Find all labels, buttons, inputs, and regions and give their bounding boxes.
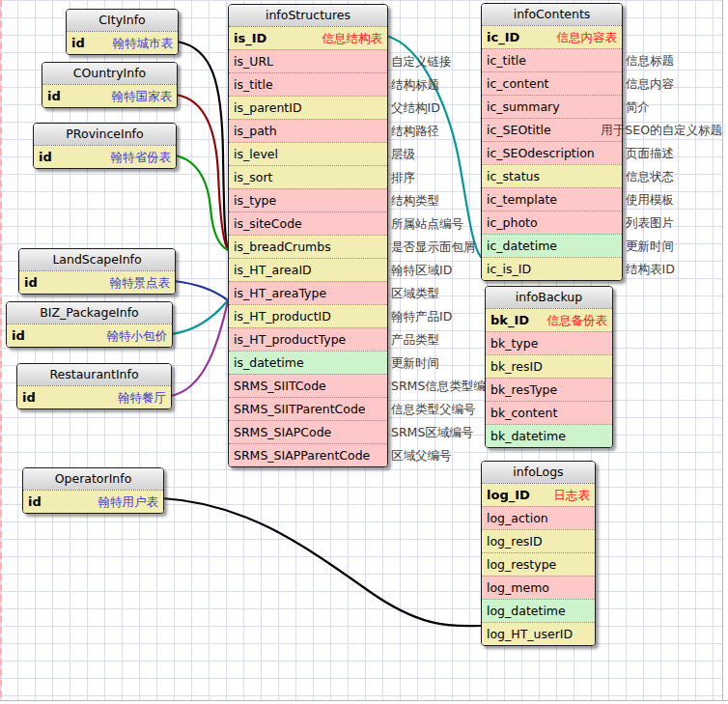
field-row-is_type[interactable]: is_type结构类型 [229,188,387,211]
field-row-is_URL[interactable]: is_URL自定义链接 [229,49,387,72]
table-COuntryInfo[interactable]: COuntryInfoid翰特国家表 [42,62,178,108]
relationship-BIZ_PackageInfo-infoStructures[interactable] [171,300,228,334]
field-name: ic_content [487,72,548,95]
relationship-OperatorInfo-infoLogs[interactable] [162,498,481,626]
field-row-ic_ID[interactable]: ic_ID信息内容表 [482,26,622,48]
table-title-OperatorInfo[interactable]: OperatorInfo [23,468,163,491]
field-row-is_path[interactable]: is_path结构路径 [229,119,387,142]
field-row-ic_content[interactable]: ic_content信息内容 [482,71,622,95]
field-comment-label: 所属站点编号 [391,212,463,235]
table-title-infoStructures[interactable]: infoStructures [229,5,387,27]
table-BIZ_PackageInfo[interactable]: BIZ_PackageInfoid翰特小包价 [6,301,173,348]
field-comment-label: 使用模板 [626,188,674,211]
field-row-is_HT_productType[interactable]: is_HT_productType产品类型 [229,327,387,351]
field-row-id[interactable]: id翰特餐厅 [17,386,171,408]
field-row-is_HT_areaType[interactable]: is_HT_areaType区域类型 [229,281,387,304]
field-row-ic_status[interactable]: ic_status信息状态 [482,164,622,187]
field-row-is_sort[interactable]: is_sort排序 [229,165,387,188]
field-name: is_ID [234,27,266,49]
table-infoContents[interactable]: infoContentsic_ID信息内容表ic_title信息标题ic_con… [481,3,623,281]
field-comment-label: 结构标题 [391,73,439,96]
table-title-infoLogs[interactable]: infoLogs [482,462,595,484]
field-comment-label: 父结构ID [391,97,440,119]
table-infoBackup[interactable]: infoBackupbk_ID信息备份表bk_typebk_resIDbk_re… [485,286,613,448]
table-title-RestaurantInfo[interactable]: RestaurantInfo [17,364,171,386]
table-title-infoBackup[interactable]: infoBackup [486,287,612,309]
table-comment-label: 翰特国家表 [108,85,178,107]
table-infoStructures[interactable]: infoStructuresis_ID信息结构表is_URL自定义链接is_ti… [228,4,388,467]
field-row-id[interactable]: id翰特小包价 [7,324,172,347]
field-row-is_parentID[interactable]: is_parentID父结构ID [229,96,387,119]
table-comment-label: 翰特省份表 [107,146,177,168]
field-row-ic_SEOtitle[interactable]: ic_SEOtitle用于SEO的自定义标题 [482,118,622,141]
field-row-ic_is_ID[interactable]: ic_is_ID结构表ID [482,257,622,280]
relationship-RestaurantInfo-infoStructures[interactable] [170,301,228,396]
field-name: log_HT_userID [487,623,573,645]
canvas-bottom-edge [0,700,728,704]
relationship-COuntryInfo-infoStructures[interactable] [176,95,228,249]
field-row-SRMS_SIAPParentCode[interactable]: SRMS_SIAPParentCode区域父编号 [229,443,387,466]
field-row-bk_ID[interactable]: bk_ID信息备份表 [486,309,612,331]
field-row-bk_datetime[interactable]: bk_datetime [486,424,612,447]
field-name: SRMS_SIAPCode [234,421,331,443]
field-row-log_action[interactable]: log_action [482,506,595,529]
field-row-is_breadCrumbs[interactable]: is_breadCrumbs是否显示面包屑 [229,235,387,258]
field-row-is_HT_areaID[interactable]: is_HT_areaID翰特区域ID [229,258,387,281]
table-PRovinceInfo[interactable]: PRovinceInfoid翰特省份表 [33,123,177,169]
table-title-infoContents[interactable]: infoContents [482,4,622,26]
field-row-is_siteCode[interactable]: is_siteCode所属站点编号 [229,211,387,235]
field-row-bk_resType[interactable]: bk_resType [486,378,612,401]
field-name: is_path [234,120,277,142]
field-row-bk_type[interactable]: bk_type [486,331,612,354]
field-comment-label: 排序 [391,166,415,188]
field-row-log_restype[interactable]: log_restype [482,552,595,576]
field-row-id[interactable]: id翰特用户表 [23,491,163,513]
table-OperatorInfo[interactable]: OperatorInfoid翰特用户表 [22,467,164,514]
field-row-log_datetime[interactable]: log_datetime [482,599,595,622]
table-title-PRovinceInfo[interactable]: PRovinceInfo [34,124,176,146]
table-RestaurantInfo[interactable]: RestaurantInfoid翰特餐厅 [16,363,172,409]
field-row-SRMS_SIAPCode[interactable]: SRMS_SIAPCodeSRMS区域编号 [229,420,387,443]
field-row-id[interactable]: id翰特城市表 [67,32,178,54]
table-title-LandScapeInfo[interactable]: LandScapeInfo [19,249,175,271]
field-name: ic_SEOtitle [487,119,551,141]
field-row-SRMS_SIITCode[interactable]: SRMS_SIITCodeSRMS信息类型编号 [229,374,387,397]
field-row-ic_datetime[interactable]: ic_datetime更新时间 [482,234,622,257]
field-name: SRMS_SIITParentCode [234,398,366,420]
field-row-id[interactable]: id翰特省份表 [34,146,176,168]
field-comment-label: 信息标题 [626,49,674,71]
field-row-is_datetime[interactable]: is_datetime更新时间 [229,351,387,374]
field-comment-label: 更新时间 [391,352,439,374]
er-diagram-canvas[interactable]: CItyInfoid翰特城市表COuntryInfoid翰特国家表PRovinc… [0,0,728,704]
field-row-ic_photo[interactable]: ic_photo列表图片 [482,211,622,234]
field-row-SRMS_SIITParentCode[interactable]: SRMS_SIITParentCode信息类型父编号 [229,397,387,420]
field-row-bk_content[interactable]: bk_content [486,401,612,424]
table-title-CItyInfo[interactable]: CItyInfo [67,10,178,32]
table-infoLogs[interactable]: infoLogslog_ID日志表log_actionlog_resIDlog_… [481,461,596,646]
table-LandScapeInfo[interactable]: LandScapeInfoid翰特景点表 [18,248,176,295]
relationship-LandScapeInfo-infoStructures[interactable] [174,281,228,300]
field-row-is_ID[interactable]: is_ID信息结构表 [229,27,387,49]
field-name: bk_type [490,332,538,354]
table-CItyInfo[interactable]: CItyInfoid翰特城市表 [66,9,179,55]
field-row-id[interactable]: id翰特国家表 [42,85,177,107]
field-row-log_ID[interactable]: log_ID日志表 [482,484,595,506]
field-row-is_HT_productID[interactable]: is_HT_productID翰特产品ID [229,304,387,327]
field-row-log_resID[interactable]: log_resID [482,529,595,552]
field-comment-label: 层级 [391,143,415,165]
table-title-COuntryInfo[interactable]: COuntryInfo [42,63,177,85]
field-row-ic_title[interactable]: ic_title信息标题 [482,48,622,71]
field-row-id[interactable]: id翰特景点表 [19,271,175,294]
field-row-ic_SEOdescription[interactable]: ic_SEOdescription页面描述 [482,141,622,164]
field-comment-label: SRMS区域编号 [391,421,473,443]
field-row-bk_resID[interactable]: bk_resID [486,354,612,378]
field-row-ic_summary[interactable]: ic_summary简介 [482,95,622,118]
field-row-is_level[interactable]: is_level层级 [229,142,387,165]
table-title-BIZ_PackageInfo[interactable]: BIZ_PackageInfo [7,302,172,324]
field-row-ic_template[interactable]: ic_template使用模板 [482,187,622,211]
field-row-is_title[interactable]: is_title结构标题 [229,72,387,96]
field-row-log_memo[interactable]: log_memo [482,576,595,599]
field-name: is_URL [234,50,273,72]
table-comment-label: 信息备份表 [544,309,613,331]
field-row-log_HT_userID[interactable]: log_HT_userID [482,622,595,645]
